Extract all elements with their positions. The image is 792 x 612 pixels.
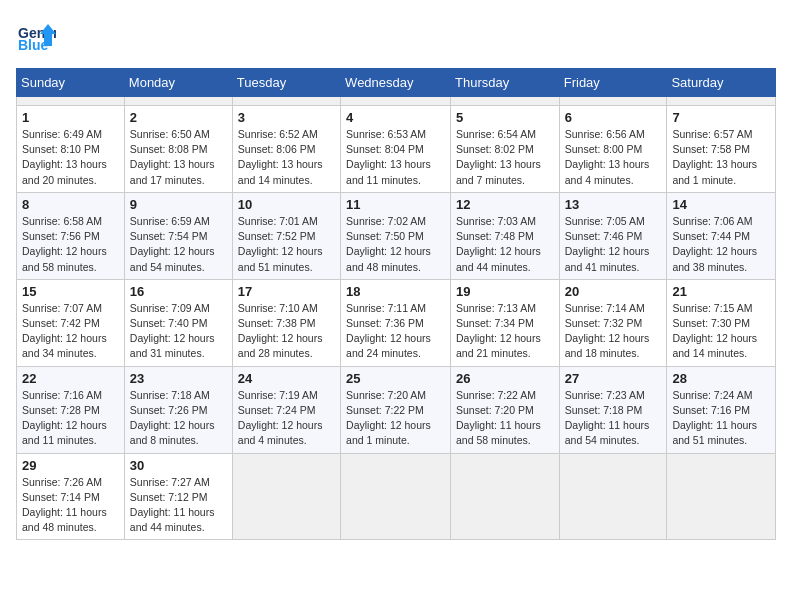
- calendar-cell: [17, 97, 125, 106]
- day-info: Sunrise: 7:01 AMSunset: 7:52 PMDaylight:…: [238, 214, 335, 275]
- calendar-cell: 29Sunrise: 7:26 AMSunset: 7:14 PMDayligh…: [17, 453, 125, 540]
- day-info: Sunrise: 6:49 AMSunset: 8:10 PMDaylight:…: [22, 127, 119, 188]
- calendar-cell: [124, 97, 232, 106]
- calendar-cell: 6Sunrise: 6:56 AMSunset: 8:00 PMDaylight…: [559, 106, 667, 193]
- day-info: Sunrise: 6:50 AMSunset: 8:08 PMDaylight:…: [130, 127, 227, 188]
- day-number: 30: [130, 458, 227, 473]
- day-info: Sunrise: 7:26 AMSunset: 7:14 PMDaylight:…: [22, 475, 119, 536]
- day-info: Sunrise: 7:09 AMSunset: 7:40 PMDaylight:…: [130, 301, 227, 362]
- day-number: 10: [238, 197, 335, 212]
- day-info: Sunrise: 6:59 AMSunset: 7:54 PMDaylight:…: [130, 214, 227, 275]
- calendar-cell: [451, 97, 560, 106]
- col-header-sunday: Sunday: [17, 69, 125, 97]
- day-number: 23: [130, 371, 227, 386]
- calendar-cell: 15Sunrise: 7:07 AMSunset: 7:42 PMDayligh…: [17, 279, 125, 366]
- calendar-cell: 1Sunrise: 6:49 AMSunset: 8:10 PMDaylight…: [17, 106, 125, 193]
- day-number: 13: [565, 197, 662, 212]
- day-number: 19: [456, 284, 554, 299]
- day-info: Sunrise: 7:13 AMSunset: 7:34 PMDaylight:…: [456, 301, 554, 362]
- day-info: Sunrise: 7:14 AMSunset: 7:32 PMDaylight:…: [565, 301, 662, 362]
- day-number: 11: [346, 197, 445, 212]
- calendar-cell: 11Sunrise: 7:02 AMSunset: 7:50 PMDayligh…: [341, 192, 451, 279]
- day-info: Sunrise: 7:24 AMSunset: 7:16 PMDaylight:…: [672, 388, 770, 449]
- day-info: Sunrise: 7:03 AMSunset: 7:48 PMDaylight:…: [456, 214, 554, 275]
- day-number: 28: [672, 371, 770, 386]
- day-number: 5: [456, 110, 554, 125]
- day-number: 29: [22, 458, 119, 473]
- day-number: 7: [672, 110, 770, 125]
- calendar-cell: 27Sunrise: 7:23 AMSunset: 7:18 PMDayligh…: [559, 366, 667, 453]
- calendar-cell: 10Sunrise: 7:01 AMSunset: 7:52 PMDayligh…: [232, 192, 340, 279]
- day-info: Sunrise: 7:06 AMSunset: 7:44 PMDaylight:…: [672, 214, 770, 275]
- day-number: 1: [22, 110, 119, 125]
- calendar-header-row: SundayMondayTuesdayWednesdayThursdayFrid…: [17, 69, 776, 97]
- day-number: 2: [130, 110, 227, 125]
- calendar-cell: 20Sunrise: 7:14 AMSunset: 7:32 PMDayligh…: [559, 279, 667, 366]
- calendar-cell: 9Sunrise: 6:59 AMSunset: 7:54 PMDaylight…: [124, 192, 232, 279]
- calendar-cell: [667, 453, 776, 540]
- calendar-cell: 21Sunrise: 7:15 AMSunset: 7:30 PMDayligh…: [667, 279, 776, 366]
- calendar-cell: 2Sunrise: 6:50 AMSunset: 8:08 PMDaylight…: [124, 106, 232, 193]
- page-header: General Blue: [16, 16, 776, 56]
- day-number: 18: [346, 284, 445, 299]
- day-number: 26: [456, 371, 554, 386]
- day-number: 4: [346, 110, 445, 125]
- calendar-cell: [559, 97, 667, 106]
- col-header-saturday: Saturday: [667, 69, 776, 97]
- calendar-cell: 14Sunrise: 7:06 AMSunset: 7:44 PMDayligh…: [667, 192, 776, 279]
- calendar-cell: [232, 97, 340, 106]
- day-info: Sunrise: 7:19 AMSunset: 7:24 PMDaylight:…: [238, 388, 335, 449]
- day-info: Sunrise: 6:53 AMSunset: 8:04 PMDaylight:…: [346, 127, 445, 188]
- calendar-week-row: 8Sunrise: 6:58 AMSunset: 7:56 PMDaylight…: [17, 192, 776, 279]
- day-info: Sunrise: 7:20 AMSunset: 7:22 PMDaylight:…: [346, 388, 445, 449]
- day-info: Sunrise: 7:18 AMSunset: 7:26 PMDaylight:…: [130, 388, 227, 449]
- day-number: 9: [130, 197, 227, 212]
- day-number: 15: [22, 284, 119, 299]
- day-number: 8: [22, 197, 119, 212]
- calendar-week-row: 15Sunrise: 7:07 AMSunset: 7:42 PMDayligh…: [17, 279, 776, 366]
- day-info: Sunrise: 6:54 AMSunset: 8:02 PMDaylight:…: [456, 127, 554, 188]
- day-number: 22: [22, 371, 119, 386]
- calendar-cell: 24Sunrise: 7:19 AMSunset: 7:24 PMDayligh…: [232, 366, 340, 453]
- col-header-monday: Monday: [124, 69, 232, 97]
- calendar-cell: 26Sunrise: 7:22 AMSunset: 7:20 PMDayligh…: [451, 366, 560, 453]
- day-info: Sunrise: 7:02 AMSunset: 7:50 PMDaylight:…: [346, 214, 445, 275]
- day-info: Sunrise: 6:58 AMSunset: 7:56 PMDaylight:…: [22, 214, 119, 275]
- calendar-cell: 23Sunrise: 7:18 AMSunset: 7:26 PMDayligh…: [124, 366, 232, 453]
- calendar-cell: 17Sunrise: 7:10 AMSunset: 7:38 PMDayligh…: [232, 279, 340, 366]
- calendar-cell: 5Sunrise: 6:54 AMSunset: 8:02 PMDaylight…: [451, 106, 560, 193]
- col-header-tuesday: Tuesday: [232, 69, 340, 97]
- day-info: Sunrise: 7:11 AMSunset: 7:36 PMDaylight:…: [346, 301, 445, 362]
- calendar-cell: 18Sunrise: 7:11 AMSunset: 7:36 PMDayligh…: [341, 279, 451, 366]
- calendar-cell: 3Sunrise: 6:52 AMSunset: 8:06 PMDaylight…: [232, 106, 340, 193]
- calendar-cell: 30Sunrise: 7:27 AMSunset: 7:12 PMDayligh…: [124, 453, 232, 540]
- calendar-week-row: [17, 97, 776, 106]
- calendar-cell: [341, 97, 451, 106]
- calendar-week-row: 29Sunrise: 7:26 AMSunset: 7:14 PMDayligh…: [17, 453, 776, 540]
- calendar-cell: [667, 97, 776, 106]
- calendar-cell: 28Sunrise: 7:24 AMSunset: 7:16 PMDayligh…: [667, 366, 776, 453]
- day-number: 12: [456, 197, 554, 212]
- calendar-cell: 25Sunrise: 7:20 AMSunset: 7:22 PMDayligh…: [341, 366, 451, 453]
- day-number: 17: [238, 284, 335, 299]
- calendar-cell: 22Sunrise: 7:16 AMSunset: 7:28 PMDayligh…: [17, 366, 125, 453]
- day-number: 20: [565, 284, 662, 299]
- calendar-cell: [232, 453, 340, 540]
- day-info: Sunrise: 7:15 AMSunset: 7:30 PMDaylight:…: [672, 301, 770, 362]
- col-header-wednesday: Wednesday: [341, 69, 451, 97]
- day-number: 6: [565, 110, 662, 125]
- day-info: Sunrise: 7:27 AMSunset: 7:12 PMDaylight:…: [130, 475, 227, 536]
- calendar-cell: 4Sunrise: 6:53 AMSunset: 8:04 PMDaylight…: [341, 106, 451, 193]
- calendar-cell: 16Sunrise: 7:09 AMSunset: 7:40 PMDayligh…: [124, 279, 232, 366]
- calendar-cell: [341, 453, 451, 540]
- day-info: Sunrise: 6:52 AMSunset: 8:06 PMDaylight:…: [238, 127, 335, 188]
- calendar-cell: 12Sunrise: 7:03 AMSunset: 7:48 PMDayligh…: [451, 192, 560, 279]
- calendar-week-row: 22Sunrise: 7:16 AMSunset: 7:28 PMDayligh…: [17, 366, 776, 453]
- calendar-cell: [451, 453, 560, 540]
- day-number: 21: [672, 284, 770, 299]
- day-number: 25: [346, 371, 445, 386]
- day-info: Sunrise: 7:05 AMSunset: 7:46 PMDaylight:…: [565, 214, 662, 275]
- day-info: Sunrise: 7:10 AMSunset: 7:38 PMDaylight:…: [238, 301, 335, 362]
- logo-icon: General Blue: [16, 16, 56, 56]
- day-number: 27: [565, 371, 662, 386]
